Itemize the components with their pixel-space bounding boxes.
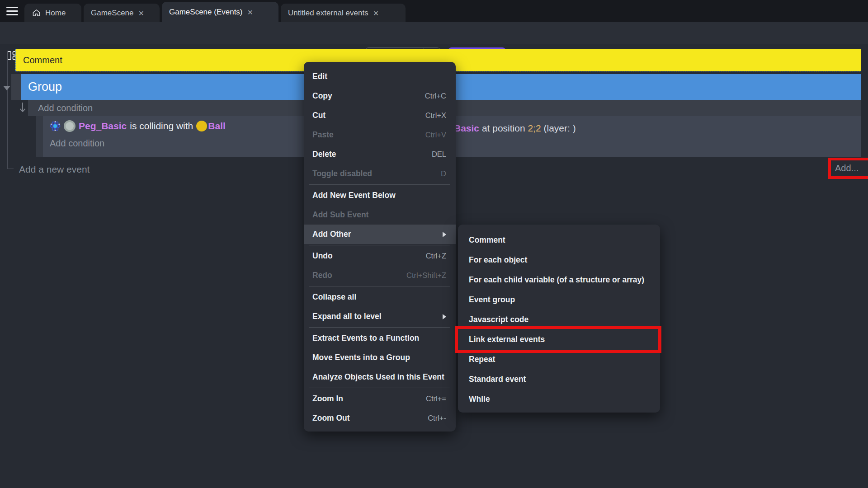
- group-title: Group: [28, 80, 62, 94]
- menu-separator: [309, 388, 450, 388]
- tab-label: GameScene (Events): [169, 8, 243, 17]
- submenu-item-standard-event[interactable]: Standard event: [458, 369, 660, 389]
- menu-item-extract-events-to-function[interactable]: Extract Events to a Function: [304, 328, 456, 348]
- menu-item-redo: RedoCtrl+Shift+Z: [304, 266, 456, 285]
- menu-separator: [309, 327, 450, 328]
- sub-event-arrow-icon: [19, 103, 26, 115]
- submenu-item-event-group[interactable]: Event group: [458, 290, 660, 310]
- tab-label: Home: [45, 9, 66, 18]
- action-row[interactable]: Basic at position 2;2 (layer: ): [454, 123, 576, 134]
- close-icon[interactable]: ×: [138, 9, 145, 18]
- submenu-item-for-each-child-variable[interactable]: For each child variable (of a structure …: [458, 270, 660, 290]
- submenu-item-repeat[interactable]: Repeat: [458, 349, 660, 369]
- collision-condition-icon: [50, 121, 61, 131]
- menu-item-copy[interactable]: CopyCtrl+C: [304, 86, 456, 106]
- menu-item-add-new-event-below[interactable]: Add New Event Below: [304, 186, 456, 205]
- close-icon[interactable]: ×: [247, 8, 254, 17]
- gdevelop-window: Home GameScene × GameScene (Events) × Un…: [0, 0, 868, 488]
- menu-item-toggle-disabled: Toggle disabledD: [304, 164, 456, 183]
- add-button[interactable]: Add...: [835, 163, 859, 174]
- add-condition-link[interactable]: Add condition: [38, 103, 93, 113]
- menu-item-zoom-in[interactable]: Zoom InCtrl+=: [304, 389, 456, 408]
- condition-object-b: Ball: [208, 121, 226, 131]
- submenu-item-comment[interactable]: Comment: [458, 230, 660, 250]
- add-button-annotation: Add...: [828, 158, 868, 179]
- submenu-item-link-external-events[interactable]: Link external events: [458, 329, 660, 349]
- chevron-right-icon: [443, 232, 446, 237]
- add-condition-link[interactable]: Add condition: [50, 138, 104, 149]
- tab-untitled-external-events[interactable]: Untitled external events ×: [281, 4, 406, 22]
- condition-object-a: Peg_Basic: [79, 121, 127, 131]
- condition-text: is colliding with: [130, 121, 193, 131]
- tab-home[interactable]: Home: [24, 4, 81, 22]
- close-icon[interactable]: ×: [373, 9, 380, 18]
- menu-separator: [309, 286, 450, 286]
- tab-gamescene[interactable]: GameScene ×: [84, 4, 160, 22]
- tab-label: GameScene: [91, 9, 134, 18]
- tab-gamescene-events[interactable]: GameScene (Events) ×: [162, 2, 278, 22]
- collapse-group-icon[interactable]: [3, 86, 10, 90]
- toolbar: Preview Publish: [0, 22, 868, 44]
- submenu-item-while[interactable]: While: [458, 389, 660, 409]
- menu-item-undo[interactable]: UndoCtrl+Z: [304, 246, 456, 266]
- event-drag-handle[interactable]: [36, 116, 43, 157]
- add-other-submenu: Comment For each object For each child v…: [458, 225, 660, 413]
- menu-item-delete[interactable]: DeleteDEL: [304, 145, 456, 164]
- tab-label: Untitled external events: [288, 9, 368, 18]
- menu-item-move-events-into-group[interactable]: Move Events into a Group: [304, 348, 456, 367]
- menu-separator: [309, 245, 450, 245]
- condition-row[interactable]: Peg_Basic is colliding with Ball: [50, 120, 226, 132]
- hamburger-menu-icon[interactable]: [5, 6, 19, 17]
- tab-bar: Home GameScene × GameScene (Events) × Un…: [0, 0, 868, 22]
- submenu-item-for-each-object[interactable]: For each object: [458, 250, 660, 270]
- home-icon: [32, 8, 41, 18]
- action-position-value: 2;2: [528, 123, 541, 133]
- tree-guide-corner: [7, 169, 14, 169]
- menu-item-cut[interactable]: CutCtrl+X: [304, 106, 456, 125]
- action-text-2: (layer: ): [544, 123, 576, 133]
- context-menu: Edit CopyCtrl+C CutCtrl+X PasteCtrl+V De…: [304, 62, 456, 432]
- add-new-event-link[interactable]: Add a new event: [19, 164, 90, 175]
- menu-separator: [309, 184, 450, 185]
- ball-object-icon: [196, 121, 207, 131]
- group-drag-handle[interactable]: [11, 74, 21, 100]
- action-text-1: at position: [482, 123, 525, 133]
- menu-item-expand-all-to-level[interactable]: Expand all to level: [304, 307, 456, 326]
- menu-item-analyze-objects[interactable]: Analyze Objects Used in this Event: [304, 367, 456, 387]
- peg-basic-object-icon: [64, 120, 75, 132]
- menu-item-paste: PasteCtrl+V: [304, 125, 456, 145]
- submenu-item-javascript-code[interactable]: Javascript code: [458, 310, 660, 329]
- menu-item-collapse-all[interactable]: Collapse all: [304, 287, 456, 307]
- menu-item-zoom-out[interactable]: Zoom OutCtrl+-: [304, 408, 456, 428]
- comment-text: Comment: [23, 55, 62, 66]
- menu-item-add-sub-event: Add Sub Event: [304, 205, 456, 225]
- chevron-right-icon: [443, 314, 446, 319]
- action-object: Basic: [454, 123, 479, 133]
- menu-item-edit[interactable]: Edit: [304, 67, 456, 86]
- menu-item-add-other[interactable]: Add Other: [304, 225, 456, 244]
- tree-guide-line: [7, 51, 8, 169]
